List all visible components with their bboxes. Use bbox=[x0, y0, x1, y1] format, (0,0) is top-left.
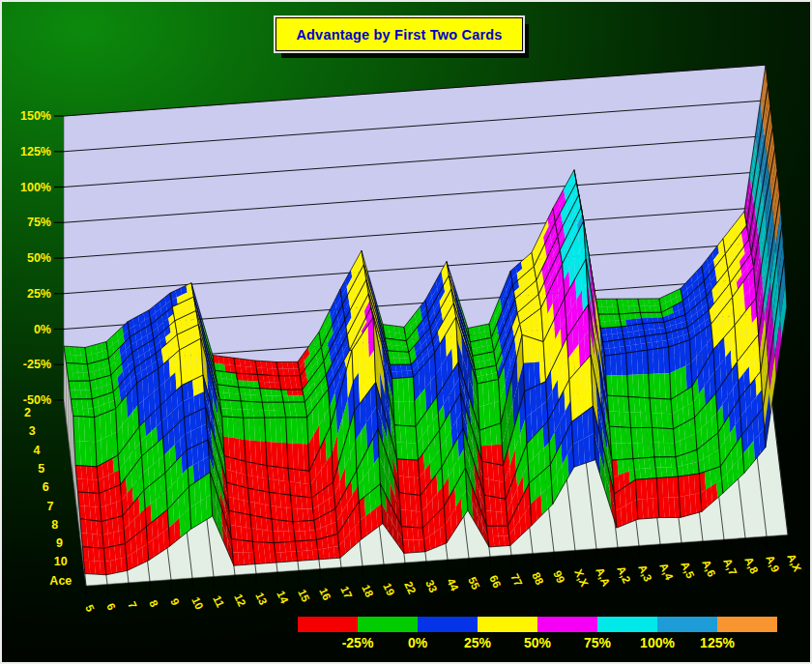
x-axis-tick-label: 16 bbox=[317, 586, 333, 602]
depth-axis-tick-label: 3 bbox=[29, 424, 36, 438]
chart-title: Advantage by First Two Cards bbox=[276, 17, 523, 51]
x-axis-tick-label: A,8 bbox=[742, 555, 761, 576]
x-axis-tick-label: 77 bbox=[508, 572, 524, 589]
legend-label: 75% bbox=[584, 635, 611, 650]
x-axis-tick-label: 11 bbox=[211, 593, 226, 610]
legend-swatch bbox=[597, 617, 657, 632]
depth-axis-tick-label: 4 bbox=[33, 444, 40, 457]
x-axis-tick-label: X,X bbox=[572, 567, 591, 589]
depth-axis-tick-label: 10 bbox=[54, 555, 68, 568]
x-axis-tick-label: 99 bbox=[551, 569, 566, 586]
depth-axis-tick-label: 6 bbox=[43, 480, 49, 494]
x-axis-tick-label: 12 bbox=[232, 592, 247, 609]
legend-label: 25% bbox=[464, 635, 491, 650]
y-axis-tick-label: 0% bbox=[34, 323, 51, 336]
x-axis-tick-label: 5 bbox=[83, 603, 97, 614]
depth-axis-tick-label: 5 bbox=[38, 462, 44, 476]
depth-axis-tick-label: 2 bbox=[24, 406, 31, 419]
legend-swatch bbox=[717, 617, 777, 632]
x-axis-tick-label: A,5 bbox=[679, 560, 697, 581]
y-axis-tick-label: 75% bbox=[27, 216, 51, 229]
legend-label: 50% bbox=[524, 635, 551, 650]
legend-swatch bbox=[537, 617, 597, 632]
y-axis-tick-label: 50% bbox=[27, 251, 51, 265]
legend: -25%0%25%50%75%100%125% bbox=[298, 617, 777, 656]
x-axis-tick-label: 9 bbox=[168, 596, 182, 607]
y-axis-tick-label: 25% bbox=[27, 287, 51, 301]
y-axis-tick-label: -50% bbox=[23, 393, 51, 407]
x-axis-tick-label: 18 bbox=[360, 583, 376, 599]
legend-labels: -25%0%25%50%75%100%125% bbox=[298, 635, 777, 656]
x-axis-tick-label: 33 bbox=[423, 578, 439, 594]
legend-swatch bbox=[298, 617, 358, 632]
depth-axis-tick-label: 7 bbox=[47, 500, 54, 513]
value-axis: 150%125%100%75%50%25%0%-25%-50% bbox=[20, 109, 64, 407]
legend-label: 125% bbox=[700, 635, 735, 650]
x-axis-tick-label: 17 bbox=[338, 585, 354, 601]
depth-axis-tick-label: 8 bbox=[51, 518, 58, 532]
y-axis-tick-label: 100% bbox=[20, 181, 51, 194]
x-axis-tick-label: A,7 bbox=[721, 557, 739, 577]
x-axis-tick-label: 7 bbox=[126, 600, 139, 611]
legend-color-bar bbox=[298, 617, 777, 632]
x-axis-tick-label: 6 bbox=[104, 601, 118, 612]
x-axis-tick-label: 66 bbox=[487, 573, 503, 590]
x-axis-tick-label: 19 bbox=[381, 581, 396, 597]
x-axis-tick-label: 10 bbox=[189, 595, 205, 612]
x-axis-tick-label: A,3 bbox=[636, 563, 653, 583]
depth-axis: 2345678910Ace bbox=[24, 406, 72, 588]
legend-swatch bbox=[657, 617, 717, 632]
x-axis-tick-label: 14 bbox=[275, 589, 291, 605]
legend-label: 0% bbox=[408, 635, 427, 650]
y-axis-tick-label: 125% bbox=[20, 145, 51, 159]
depth-axis-tick-label: Ace bbox=[49, 574, 72, 588]
chart-window: Advantage by First Two Cards 150%125%100… bbox=[0, 0, 812, 664]
x-axis-tick-label: 13 bbox=[253, 591, 269, 607]
x-axis-tick-label: A,9 bbox=[764, 554, 781, 574]
x-axis-tick-label: A,6 bbox=[700, 558, 717, 578]
legend-swatch bbox=[418, 617, 478, 632]
y-axis-tick-label: -25% bbox=[23, 358, 51, 371]
legend-label: -25% bbox=[342, 635, 374, 650]
x-axis-tick-label: A,X bbox=[785, 552, 803, 574]
legend-label: 100% bbox=[640, 635, 675, 650]
x-axis-tick-label: 8 bbox=[147, 598, 160, 609]
y-axis-tick-label: 150% bbox=[20, 109, 51, 123]
depth-axis-tick-label: 9 bbox=[56, 536, 63, 550]
x-axis-tick-label: A,4 bbox=[657, 562, 676, 583]
x-axis-tick-label: 44 bbox=[445, 577, 461, 593]
x-axis-tick-label: A,2 bbox=[615, 564, 632, 585]
x-axis-tick-label: A,A bbox=[594, 565, 612, 588]
x-axis-tick-label: 55 bbox=[466, 575, 482, 592]
legend-swatch bbox=[478, 617, 537, 632]
x-axis-tick-label: 15 bbox=[296, 588, 312, 604]
surface-chart: 150%125%100%75%50%25%0%-25%-50%234567891… bbox=[2, 2, 812, 664]
x-axis-tick-label: 22 bbox=[402, 580, 418, 596]
x-axis-tick-label: 88 bbox=[530, 570, 546, 587]
legend-swatch bbox=[358, 617, 418, 632]
